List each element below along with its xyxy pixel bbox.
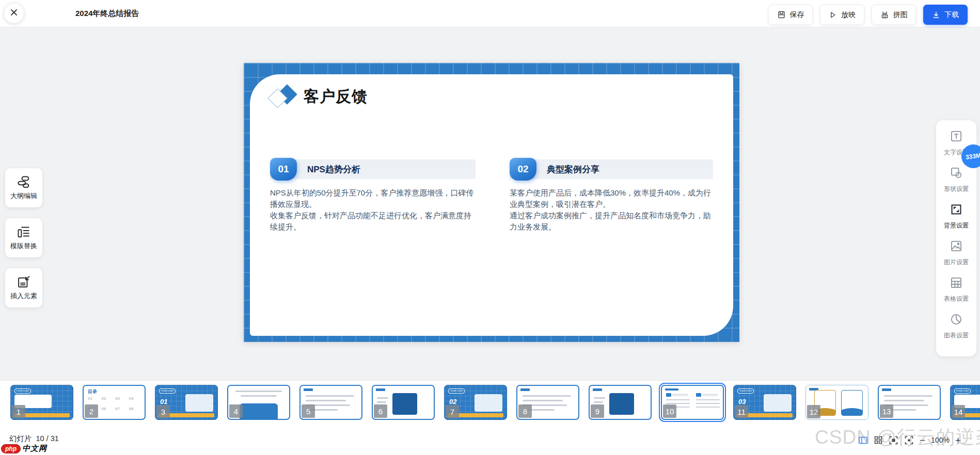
slide-counter-label: 幻灯片 (9, 434, 32, 443)
thumbnail-decoration (185, 394, 213, 412)
slide-thumbnail-9[interactable]: 9 (589, 385, 652, 420)
thumbnail-decoration: YOUR LOGO (737, 388, 754, 394)
thumbnail-decoration (593, 388, 602, 391)
outline-edit-button[interactable]: 大纲编辑 (5, 168, 42, 207)
document-title: 2024年终总结报告 (75, 0, 139, 27)
shape-settings-icon (950, 166, 963, 182)
thumbnail-decoration (235, 391, 282, 392)
section-paragraph: 通过客户成功案例推广，提升产品知名度和市场竞争力，助力业务发展。 (510, 210, 713, 233)
diamond-decoration-icon (270, 82, 298, 111)
background-settings-label: 背景设置 (944, 221, 969, 230)
grid-view-button[interactable] (874, 435, 883, 445)
background-settings-item[interactable]: 背景设置 (936, 203, 976, 239)
thumbnail-decoration (594, 401, 603, 403)
section-case-share[interactable]: 02 典型案例分享 某客户使用产品后，成本降低30%，效率提升40%，成为行业典… (510, 159, 713, 233)
slide-thumbnail-14[interactable]: YOUR LOGO14 (950, 385, 980, 420)
thumbnail-decoration: 01 (160, 398, 167, 405)
template-replace-button[interactable]: 模版替换 (5, 218, 42, 257)
thumbnail-decoration: YOUR LOGO (159, 388, 176, 394)
thumbnail-decoration (666, 393, 671, 397)
close-icon (10, 8, 18, 19)
thumbnail-decoration (696, 393, 721, 416)
filmstrip-toggle-button[interactable] (858, 436, 868, 445)
slide-counter: 幻灯片10 / 31 (9, 434, 59, 444)
insert-element-button[interactable]: 插入元素 (5, 268, 42, 307)
thumbnail-decoration (241, 395, 277, 397)
section-nps-trend[interactable]: 01 NPS趋势分析 NPS从年初的50分提升至70分，客户推荐意愿增强，口碑传… (270, 159, 476, 233)
thumbnail-number: 3 (156, 405, 170, 418)
slide-thumbnail-5[interactable]: 5 (299, 385, 362, 420)
close-button[interactable] (4, 4, 24, 23)
slide-thumbnail-10[interactable]: 10 (661, 385, 724, 420)
template-replace-label: 模版替换 (10, 241, 37, 251)
save-button[interactable]: 保存 (768, 5, 813, 25)
download-label: 下载 (944, 10, 959, 20)
section-paragraph: 收集客户反馈，针对产品功能不足进行优化，客户满意度持续提升。 (270, 210, 476, 233)
image-settings-item[interactable]: 图片设置 (936, 239, 976, 276)
puzzle-button[interactable]: 拼图 (872, 5, 916, 25)
thumbnail-decoration (884, 400, 924, 401)
top-bar: 2024年终总结报告 保存 放映 拼图 (0, 0, 980, 27)
thumbnail-decoration (376, 388, 385, 391)
thumbnail-decoration (306, 395, 354, 397)
thumbnail-number: 9 (591, 404, 604, 418)
slide-thumbnail-2[interactable]: 目录01020304050607082 (83, 385, 146, 420)
zoom-level: 100% (931, 436, 950, 444)
section-heading: 典型案例分享 (547, 164, 599, 175)
table-settings-item[interactable]: 表格设置 (936, 276, 976, 313)
php-logo: php (1, 444, 21, 453)
thumbnail-decoration: YOUR LOGO (14, 388, 31, 394)
thumbnail-decoration: YOUR LOGO (739, 389, 752, 392)
thumbnail-decoration (841, 408, 863, 416)
thumbnail-number: 11 (735, 405, 748, 418)
fit-screen-button[interactable] (889, 435, 898, 445)
zoom-in-button[interactable]: + (955, 435, 961, 445)
thumbnail-decoration: YOUR LOGO (448, 388, 465, 394)
slide-thumbnail-1[interactable]: YOUR LOGO1 (10, 385, 73, 420)
shape-settings-item[interactable]: 形状设置 (936, 166, 976, 203)
zoom-out-button[interactable]: − (920, 435, 925, 445)
download-button[interactable]: 下载 (923, 5, 968, 25)
slide-thumbnail-8[interactable]: 8 (516, 385, 579, 420)
section-body: NPS从年初的50分提升至70分，客户推荐意愿增强，口碑传播效应显现。 收集客户… (270, 187, 476, 233)
thumbnail-decoration: 03 (115, 396, 128, 405)
slide-thumbnail-11[interactable]: YOUR LOGO0311 (733, 385, 796, 420)
section-paragraph: 某客户使用产品后，成本降低30%，效率提升40%，成为行业典型案例，吸引潜在客户… (510, 187, 713, 210)
play-icon (829, 11, 837, 19)
slide-thumbnail-13[interactable]: 13 (878, 385, 941, 420)
thumbnail-decoration: YOUR LOGO (956, 389, 969, 392)
section-heading: NPS趋势分析 (307, 164, 360, 175)
thumbnail-decoration (841, 390, 863, 416)
slide-thumbnail-4[interactable]: 4 (227, 385, 290, 420)
insert-element-label: 插入元素 (10, 291, 37, 301)
save-icon (777, 10, 786, 19)
slide-canvas[interactable]: 客户反馈 01 NPS趋势分析 NPS从年初的50分提升至70分，客户推荐意愿增… (244, 63, 739, 342)
slide-thumbnail-7[interactable]: YOUR LOGO027 (444, 385, 507, 420)
thumbnail-decoration (672, 394, 688, 396)
slide-thumbnail-6[interactable]: 6 (372, 385, 435, 420)
thumbnail-decoration (240, 403, 278, 419)
thumbnail-decoration (392, 393, 417, 415)
slide-thumbnail-3[interactable]: YOUR LOGO013 (155, 385, 218, 420)
thumbnail-number: 5 (302, 404, 315, 418)
thumbnail-number: 10 (663, 404, 676, 418)
fit-width-button[interactable] (904, 435, 914, 445)
background-settings-icon (950, 203, 963, 218)
thumbnail-decoration: 08 (129, 407, 142, 416)
thumbnail-decoration: YOUR LOGO (450, 389, 463, 392)
thumbnail-decoration (523, 400, 563, 401)
chart-settings-item[interactable]: 图表设置 (936, 313, 976, 349)
play-button[interactable]: 放映 (820, 5, 864, 25)
slide-title-block[interactable]: 客户反馈 (270, 80, 368, 112)
slide-thumbnail-12[interactable]: 12 (805, 385, 868, 420)
download-icon (932, 11, 940, 19)
section-paragraph: NPS从年初的50分提升至70分，客户推荐意愿增强，口碑传播效应显现。 (270, 187, 476, 210)
thumbnail-decoration (475, 394, 502, 412)
thumbnail-number: 4 (229, 404, 243, 418)
thumbnail-decoration (523, 395, 571, 397)
thumbnail-decoration (377, 401, 386, 403)
section-body: 某客户使用产品后，成本降低30%，效率提升40%，成为行业典型案例，吸引潜在客户… (510, 187, 713, 233)
thumbnail-decoration (884, 395, 932, 397)
thumbnail-decoration: 06 (102, 407, 115, 416)
thumbnail-decoration (377, 397, 388, 399)
